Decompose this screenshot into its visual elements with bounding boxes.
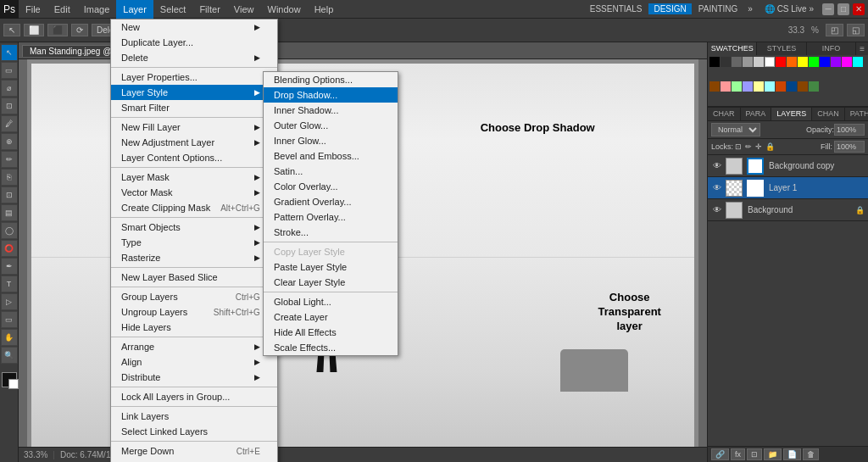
swatch-black[interactable] (709, 57, 720, 67)
menu-item-select-linked[interactable]: Select Linked Layers (111, 424, 277, 439)
tool-move[interactable]: ↖ (1, 44, 18, 61)
menu-filter[interactable]: Filter (192, 0, 226, 19)
menu-item-link-layers[interactable]: Link Layers (111, 409, 277, 424)
fill-input[interactable] (834, 141, 865, 153)
sub-stroke[interactable]: Stroke... (264, 225, 398, 240)
layer-1[interactable]: 👁 Layer 1 (708, 177, 868, 199)
menu-item-merge-down[interactable]: Merge DownCtrl+E (111, 443, 277, 459)
sub-satin[interactable]: Satin... (264, 164, 398, 179)
tool-clone[interactable]: ⎘ (1, 169, 18, 186)
menu-item-type[interactable]: Type▶ (111, 235, 277, 250)
layers-tab[interactable]: LAYERS (771, 108, 812, 120)
menu-item-lock-all-layers[interactable]: Lock All Layers in Group... (111, 389, 277, 404)
sub-inner-shadow[interactable]: Inner Shadow... (264, 103, 398, 118)
swatch-lt-cyan[interactable] (765, 81, 775, 92)
menu-item-layer-style[interactable]: Layer Style▶ (111, 85, 277, 100)
lock-image-btn[interactable]: ✏ (745, 142, 752, 151)
add-fx-btn[interactable]: fx (731, 448, 745, 460)
swatch-lt-gray[interactable] (743, 57, 753, 67)
new-layer-btn[interactable]: 📄 (783, 448, 801, 460)
menu-item-vector-mask[interactable]: Vector Mask▶ (111, 185, 277, 200)
menu-item-smart-objects[interactable]: Smart Objects▶ (111, 220, 277, 235)
opacity-input[interactable] (834, 124, 865, 136)
sub-drop-shadow[interactable]: Drop Shadow... (264, 87, 398, 103)
swatch-orange[interactable] (787, 57, 797, 67)
foreground-color[interactable] (2, 372, 17, 387)
background-color[interactable] (8, 379, 19, 389)
sub-blending-options[interactable]: Blending Options... (264, 72, 398, 87)
swatch-lt-yellow[interactable] (754, 81, 764, 92)
tool-path[interactable]: ▷ (1, 293, 18, 310)
swatch-lt-blue[interactable] (743, 81, 753, 92)
tool-blur[interactable]: ◯ (1, 222, 18, 239)
menu-view[interactable]: View (227, 0, 261, 19)
swatch-green[interactable] (809, 57, 819, 67)
lock-transparent-btn[interactable]: ⊡ (735, 142, 742, 151)
swatch-pink[interactable] (721, 81, 731, 92)
sub-pattern-overlay[interactable]: Pattern Overlay... (264, 209, 398, 225)
menu-item-layer-content-options[interactable]: Layer Content Options... (111, 150, 277, 165)
sub-inner-glow[interactable]: Inner Glow... (264, 133, 398, 148)
sub-outer-glow[interactable]: Outer Glow... (264, 118, 398, 133)
menu-item-hide-layers[interactable]: Hide Layers (111, 320, 277, 335)
swatch-red[interactable] (776, 57, 786, 67)
lock-all-btn[interactable]: 🔒 (765, 142, 775, 151)
eye-layer-1[interactable]: 👁 (711, 182, 723, 194)
info-tab[interactable]: INFO (807, 42, 856, 55)
char-tab[interactable]: CHAR (708, 108, 741, 120)
menu-item-new-layer-based-slice[interactable]: New Layer Based Slice (111, 270, 277, 285)
menu-item-merge-visible[interactable]: Merge VisibleShift+Ctrl+E (111, 459, 277, 462)
sub-hide-all-effects[interactable]: Hide All Effects (264, 325, 398, 340)
tool-dodge[interactable]: ⭕ (1, 240, 18, 257)
sub-global-light[interactable]: Global Light... (264, 294, 398, 309)
menu-item-delete[interactable]: Delete▶ (111, 50, 277, 65)
menu-file[interactable]: File (19, 0, 47, 19)
sub-scale-effects[interactable]: Scale Effects... (264, 340, 398, 355)
menu-window[interactable]: Window (261, 0, 308, 19)
options-btn-3[interactable]: ⟳ (71, 24, 88, 36)
options-btn-2[interactable]: ⬛ (47, 24, 68, 36)
chan-tab[interactable]: CHAN (812, 108, 845, 120)
options-rotate-2[interactable]: ◱ (847, 24, 865, 36)
tool-erase[interactable]: ⊡ (1, 186, 18, 203)
swatch-gray[interactable] (732, 57, 742, 67)
swatch-magenta[interactable] (842, 57, 852, 67)
eye-background[interactable]: 👁 (711, 204, 723, 216)
tool-hand[interactable]: ✋ (1, 329, 18, 346)
maximize-button[interactable]: □ (837, 3, 849, 15)
tool-gradient[interactable]: ▤ (1, 204, 18, 221)
menu-item-arrange[interactable]: Arrange▶ (111, 339, 277, 354)
tool-select-rect[interactable]: ▭ (1, 62, 18, 79)
swatch-amber[interactable] (776, 81, 786, 92)
sub-gradient-overlay[interactable]: Gradient Overlay... (264, 194, 398, 209)
options-arrow-tool[interactable]: ↖ (3, 24, 20, 36)
tool-crop[interactable]: ⊡ (1, 97, 18, 114)
painting-tab[interactable]: PAINTING (695, 4, 741, 14)
swatch-dk-green[interactable] (809, 81, 819, 92)
sub-paste-layer-style[interactable]: Paste Layer Style (264, 259, 398, 275)
styles-tab[interactable]: STYLES (757, 42, 806, 55)
options-rotate-1[interactable]: ◰ (826, 24, 843, 36)
menu-item-new[interactable]: New▶ (111, 19, 277, 35)
panel-options-btn[interactable]: ≡ (856, 42, 868, 55)
menu-item-layer-mask[interactable]: Layer Mask▶ (111, 170, 277, 185)
options-btn-1[interactable]: ⬜ (24, 24, 44, 36)
swatch-lighter-gray[interactable] (754, 57, 764, 67)
swatch-lt-green[interactable] (732, 81, 742, 92)
tool-heal[interactable]: ⊕ (1, 133, 18, 150)
delete-layer-btn[interactable]: 🗑 (803, 448, 819, 460)
menu-item-new-fill[interactable]: New Fill Layer▶ (111, 120, 277, 135)
link-layers-btn[interactable]: 🔗 (711, 448, 729, 460)
tool-lasso[interactable]: ⌀ (1, 80, 18, 97)
essentials-label[interactable]: ESSENTIALS (587, 4, 646, 14)
tool-shape[interactable]: ▭ (1, 311, 18, 328)
tool-zoom[interactable]: 🔍 (1, 347, 18, 364)
swatch-white[interactable] (765, 57, 775, 67)
eye-background-copy[interactable]: 👁 (711, 160, 723, 172)
menu-item-distribute[interactable]: Distribute▶ (111, 370, 277, 385)
menu-image[interactable]: Image (77, 0, 117, 19)
design-tab[interactable]: DESIGN (648, 3, 691, 14)
sub-color-overlay[interactable]: Color Overlay... (264, 179, 398, 194)
menu-item-duplicate[interactable]: Duplicate Layer... (111, 35, 277, 50)
menu-item-ungroup-layers[interactable]: Ungroup LayersShift+Ctrl+G (111, 304, 277, 320)
